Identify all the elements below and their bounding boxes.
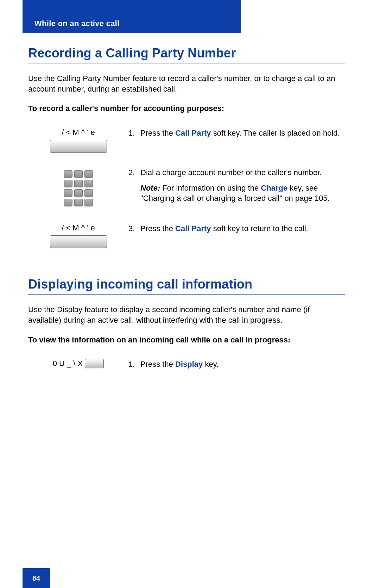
document-page: While on an active call Recording a Call… — [0, 0, 380, 588]
keypad-key — [84, 199, 93, 206]
step-number: 2. — [128, 167, 140, 209]
key-term-charge: Charge — [261, 184, 287, 192]
text: key. — [203, 360, 218, 369]
page-footer: 84 — [23, 568, 50, 588]
step-number: 3. — [128, 223, 140, 239]
softkey-icon — [50, 235, 107, 248]
step-text-column: 1. Press the Display key. — [128, 359, 345, 375]
softkey-label: 0 U _ \ X — [53, 359, 83, 368]
text: soft key to return to the call. — [211, 224, 308, 233]
key-term-call-party: Call Party — [175, 129, 211, 137]
keypad-key — [84, 170, 93, 178]
chapter-header: While on an active call — [23, 0, 241, 33]
step-number: 1. — [128, 128, 140, 143]
heading-rule — [28, 294, 345, 295]
text: For information on using the — [160, 184, 261, 192]
softkey-icon — [85, 359, 104, 368]
key-term-call-party: Call Party — [175, 224, 211, 233]
keypad-key — [84, 180, 93, 187]
inline-key-row: 0 U _ \ X — [53, 359, 104, 368]
page-number: 84 — [32, 574, 40, 582]
step-icon-column — [28, 167, 128, 206]
section-intro: Use the Calling Party Number feature to … — [28, 73, 345, 94]
task-heading: To view the information on an incoming c… — [28, 335, 345, 345]
keypad-key — [64, 170, 72, 178]
text: Press the — [140, 224, 175, 233]
keypad-key — [64, 189, 72, 197]
steps-list: / < M ^ ' e 1. Press the Call Party soft… — [28, 128, 345, 248]
step-text: Press the Call Party soft key. The calle… — [140, 128, 340, 143]
section-intro: Use the Display feature to display a sec… — [28, 304, 345, 325]
step-row: / < M ^ ' e 3. Press the Call Party soft… — [28, 223, 345, 248]
keypad-icon — [64, 170, 93, 206]
step-text: Dial a charge account number or the call… — [140, 167, 345, 209]
chapter-title: While on an active call — [34, 19, 120, 28]
step-text-column: 1. Press the Call Party soft key. The ca… — [128, 128, 345, 143]
text: Dial a charge account number or the call… — [140, 167, 345, 178]
softkey-label: / < M ^ ' e — [62, 223, 95, 233]
step-icon-column: / < M ^ ' e — [28, 223, 128, 248]
keypad-key — [74, 199, 83, 206]
section-heading: Displaying incoming call information — [28, 277, 345, 292]
task-heading: To record a caller's number for accounti… — [28, 103, 345, 114]
step-text-column: 3. Press the Call Party soft key to retu… — [128, 223, 345, 239]
step-row: 2. Dial a charge account number or the c… — [28, 167, 345, 209]
softkey-icon — [50, 140, 107, 153]
keypad-key — [74, 189, 83, 197]
softkey-label: / < M ^ ' e — [62, 128, 95, 137]
section-heading: Recording a Calling Party Number — [28, 46, 345, 61]
heading-rule — [28, 63, 345, 63]
text: Press the — [140, 360, 175, 369]
text: soft key. The caller is placed on hold. — [211, 129, 340, 137]
keypad-key — [74, 180, 83, 187]
step-icon-column: 0 U _ \ X — [28, 359, 128, 368]
step-text-column: 2. Dial a charge account number or the c… — [128, 167, 345, 209]
keypad-key — [64, 180, 72, 187]
step-icon-column: / < M ^ ' e — [28, 128, 128, 153]
text: Press the — [140, 129, 175, 137]
key-term-display: Display — [175, 360, 203, 369]
step-number: 1. — [128, 359, 140, 375]
step-text: Press the Call Party soft key to return … — [140, 223, 308, 239]
page-content: Recording a Calling Party Number Use the… — [28, 42, 345, 389]
step-text: Press the Display key. — [140, 359, 218, 375]
step-row: / < M ^ ' e 1. Press the Call Party soft… — [28, 128, 345, 153]
keypad-key — [74, 170, 83, 178]
keypad-key — [64, 199, 72, 206]
note-label: Note: — [140, 184, 160, 192]
keypad-key — [84, 189, 93, 197]
steps-list: 0 U _ \ X 1. Press the Display key. — [28, 359, 345, 375]
step-row: 0 U _ \ X 1. Press the Display key. — [28, 359, 345, 375]
